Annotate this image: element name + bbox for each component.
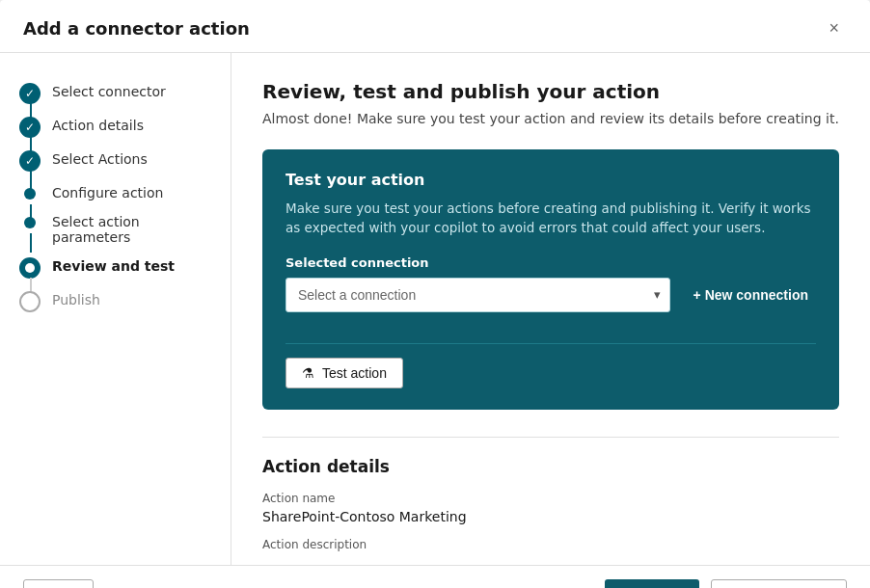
step-label-select-connector: Select connector xyxy=(52,82,166,99)
back-button[interactable]: Back xyxy=(23,579,94,589)
step-icon-action-details: ✓ xyxy=(19,117,41,138)
save-close-button[interactable]: Save and Close xyxy=(711,579,847,589)
test-action-label: Test action xyxy=(322,365,387,381)
sidebar-item-action-details[interactable]: ✓ Action details xyxy=(0,110,231,144)
check-icon: ✓ xyxy=(25,120,35,134)
step-icon-review-and-test xyxy=(19,257,41,279)
footer-left: Back xyxy=(23,579,94,589)
step-label-select-action-parameters: Select action parameters xyxy=(52,212,211,245)
step-label-review-and-test: Review and test xyxy=(52,256,175,274)
publish-button[interactable]: Publish xyxy=(605,579,700,589)
sidebar-item-select-actions[interactable]: ✓ Select Actions xyxy=(0,144,231,177)
step-label-select-actions: Select Actions xyxy=(52,149,148,167)
step-label-action-details: Action details xyxy=(52,116,144,133)
test-card-title: Test your action xyxy=(285,171,816,189)
flask-icon: ⚗ xyxy=(302,365,314,381)
add-connector-action-dialog: Add a connector action × ✓ Select connec… xyxy=(0,0,870,588)
dialog-body: ✓ Select connector ✓ Action details ✓ Se… xyxy=(0,53,870,565)
dialog-header: Add a connector action × xyxy=(0,0,870,53)
test-card-description: Make sure you test your actions before c… xyxy=(285,199,816,238)
sidebar-item-publish[interactable]: Publish xyxy=(0,284,231,318)
check-icon: ✓ xyxy=(25,87,35,100)
footer-right: Publish Save and Close xyxy=(605,579,847,589)
test-card: Test your action Make sure you test your… xyxy=(262,149,839,410)
action-name-group: Action name SharePoint-Contoso Marketing xyxy=(262,492,839,524)
step-icon-select-action-parameters xyxy=(24,217,36,228)
step-connector-5 xyxy=(30,233,32,253)
main-title: Review, test and publish your action xyxy=(262,80,839,103)
test-action-button[interactable]: ⚗ Test action xyxy=(285,358,403,388)
step-icon-publish xyxy=(19,291,41,312)
step-icon-select-actions: ✓ xyxy=(19,150,41,172)
connection-row: Select a connection ▾ + New connection xyxy=(285,278,816,312)
main-content: Review, test and publish your action Alm… xyxy=(231,53,870,565)
sidebar-item-select-connector[interactable]: ✓ Select connector xyxy=(0,76,231,110)
action-name-value: SharePoint-Contoso Marketing xyxy=(262,509,839,524)
action-description-label: Action description xyxy=(262,538,839,551)
connection-select[interactable]: Select a connection xyxy=(285,278,670,312)
step-icon-select-connector: ✓ xyxy=(19,83,41,104)
action-description-group: Action description xyxy=(262,538,839,551)
action-details-title: Action details xyxy=(262,457,839,476)
close-button[interactable]: × xyxy=(821,15,847,40)
action-name-label: Action name xyxy=(262,492,839,505)
step-icon-configure-action xyxy=(24,188,36,200)
step-label-publish: Publish xyxy=(52,290,100,307)
main-subtitle: Almost done! Make sure you test your act… xyxy=(262,111,839,126)
sidebar-item-review-and-test[interactable]: Review and test xyxy=(0,251,231,284)
new-connection-button[interactable]: + New connection xyxy=(686,283,816,307)
sidebar-item-select-action-parameters[interactable]: Select action parameters xyxy=(0,206,231,251)
action-details-section: Action details Action name SharePoint-Co… xyxy=(262,437,839,551)
sidebar: ✓ Select connector ✓ Action details ✓ Se… xyxy=(0,53,231,565)
sidebar-item-configure-action[interactable]: Configure action xyxy=(0,177,231,206)
dialog-title: Add a connector action xyxy=(23,18,250,39)
connection-select-wrapper: Select a connection ▾ xyxy=(285,278,670,312)
check-icon: ✓ xyxy=(25,154,35,168)
dialog-footer: Back Publish Save and Close xyxy=(0,565,870,589)
step-label-configure-action: Configure action xyxy=(52,183,163,200)
connection-label: Selected connection xyxy=(285,255,816,270)
